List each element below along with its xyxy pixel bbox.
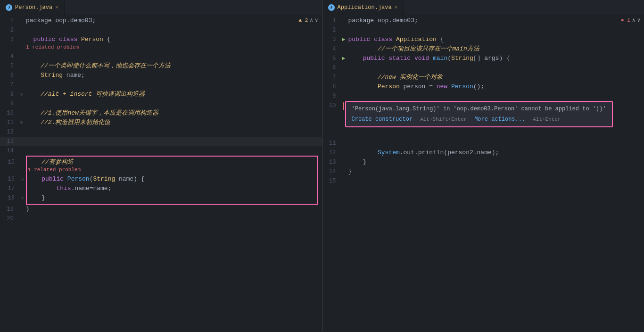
left-tab-close[interactable]: × xyxy=(55,5,58,10)
error-popup: 'Person(java.lang.String)' in 'oop.demo0… xyxy=(345,101,613,127)
error-popup-message: 'Person(java.lang.String)' in 'oop.demo0… xyxy=(352,106,606,112)
table-row: 8 Person person = new Person(); xyxy=(322,82,644,91)
table-row: 12 xyxy=(0,127,322,137)
left-tab-label: Person.java xyxy=(15,4,52,11)
left-lines-container: 1 package oop.demo03; 2 3 public class P… xyxy=(0,15,322,332)
java-file-icon: J xyxy=(6,4,12,11)
right-editor-pane: J Application.java × ● 1 ∧ ∨ 1 package o… xyxy=(322,0,644,332)
table-row: 11 ⊙ //2.构造器用来初始化值 xyxy=(0,118,322,127)
table-row: 15 xyxy=(322,176,644,186)
java-file-icon-right: J xyxy=(328,4,335,11)
table-row: 14 xyxy=(0,146,322,156)
right-nav-up[interactable]: ∧ xyxy=(632,17,636,23)
table-row: 12 System.out.println(person2.name); xyxy=(322,148,644,158)
right-tab-application[interactable]: J Application.java × xyxy=(322,0,404,15)
line-3-wrapper: 3 public class Person { 1 related proble… xyxy=(0,35,322,51)
table-row: 4 xyxy=(0,52,322,61)
table-row: 9 xyxy=(322,91,644,101)
table-row: 3 public class Person { xyxy=(0,35,322,44)
left-nav-up[interactable]: ∧ xyxy=(310,17,313,23)
table-row: 19 } xyxy=(0,205,322,214)
table-row: 10 //1.使用new关键字，本质是在调用构造器 xyxy=(0,108,322,118)
table-row: 5 ▶ public static void main(String[] arg… xyxy=(322,54,644,63)
create-constructor-action[interactable]: Create constructor xyxy=(352,116,413,123)
table-row: 13 } xyxy=(322,158,644,167)
table-row: 9 xyxy=(0,99,322,108)
left-warning-count[interactable]: ▲ 2 xyxy=(298,17,308,23)
table-row: 11 xyxy=(322,139,644,148)
left-pane-wrapper: ▲ 2 ∧ ∨ 1 package oop.demo03; 2 xyxy=(0,15,322,332)
table-row: 7 //new 实例化一个对象 xyxy=(322,73,644,82)
table-row: 16 ⊙ public Person(String name) { xyxy=(1,174,317,184)
table-row: 17 this.name=name; xyxy=(1,184,317,193)
table-row: 20 xyxy=(0,214,322,224)
table-row: 2 xyxy=(0,25,322,35)
right-tab-close[interactable]: × xyxy=(395,5,398,10)
table-row: 15 //有参构造 xyxy=(1,158,317,167)
table-row: 6 String name; xyxy=(0,71,322,80)
table-row: 6 xyxy=(322,63,644,73)
right-error-count[interactable]: ● 1 xyxy=(621,17,630,23)
more-actions-link[interactable]: More actions... xyxy=(474,116,525,123)
table-row: 4 //一个项目应该只存在一个main方法 xyxy=(322,44,644,54)
highlight-box-left: 15 //有参构造 1 related problem 16 ⊙ public … xyxy=(26,156,318,205)
editor-container: J Person.java × ▲ 2 ∧ ∨ 1 package oop.de… xyxy=(0,0,644,332)
table-row: 8 ⊙ //alt + insert 可快速调出构造器 xyxy=(0,90,322,99)
right-nav-down[interactable]: ∨ xyxy=(637,17,640,23)
right-pane-wrapper: ● 1 ∧ ∨ 1 package oop.demo03; 2 xyxy=(322,15,644,332)
table-row: 5 //一个类即使什么都不写，他也会存在一个方法 xyxy=(0,61,322,71)
error-popup-actions: Create constructor Alt+Shift+Enter More … xyxy=(352,116,606,123)
left-tab-person[interactable]: J Person.java × xyxy=(0,0,65,15)
related-problem-label: 1 related problem xyxy=(26,44,79,50)
left-nav-down[interactable]: ∨ xyxy=(315,17,318,23)
left-editor-pane: J Person.java × ▲ 2 ∧ ∨ 1 package oop.de… xyxy=(0,0,322,332)
related-problem-line15: 1 related problem xyxy=(28,167,81,173)
right-tab-label: Application.java xyxy=(338,4,392,11)
table-row: 18 ⊙ } xyxy=(1,193,317,203)
table-row: 13 xyxy=(0,137,322,146)
table-row: 14 } xyxy=(322,167,644,176)
line-10-error-wrapper: 10 'Person(java.lang.String)' in 'oop.de… xyxy=(322,101,644,110)
more-actions-shortcut: Alt+Enter xyxy=(533,116,561,122)
lines-after-popup: 11 12 System.out.println(person2.name); … xyxy=(322,139,644,186)
right-tab-bar: J Application.java × xyxy=(322,0,644,15)
table-row: 7 xyxy=(0,80,322,90)
create-constructor-shortcut: Alt+Shift+Enter xyxy=(420,116,467,122)
table-row: 1 package oop.demo03; xyxy=(0,16,322,25)
table-row: 1 package oop.demo03; xyxy=(322,16,644,25)
right-lines-container: 1 package oop.demo03; 2 3 ▶ public class… xyxy=(322,15,644,332)
table-row: 2 xyxy=(322,25,644,35)
table-row: 3 ▶ public class Application { xyxy=(322,35,644,44)
left-tab-bar: J Person.java × xyxy=(0,0,322,15)
